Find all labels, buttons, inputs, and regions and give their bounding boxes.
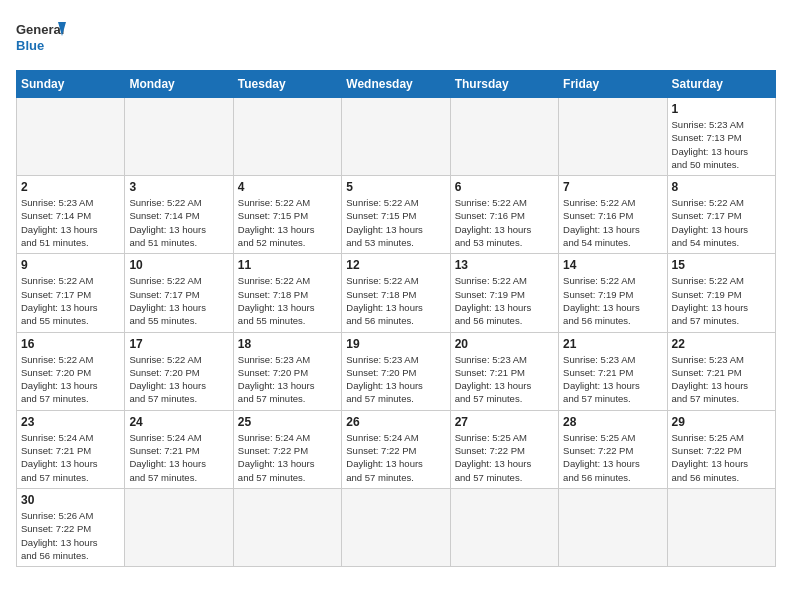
calendar-cell [559,98,667,176]
day-number: 26 [346,415,445,429]
calendar-cell: 18Sunrise: 5:23 AM Sunset: 7:20 PM Dayli… [233,332,341,410]
calendar-cell: 16Sunrise: 5:22 AM Sunset: 7:20 PM Dayli… [17,332,125,410]
calendar-cell: 7Sunrise: 5:22 AM Sunset: 7:16 PM Daylig… [559,176,667,254]
day-number: 20 [455,337,554,351]
calendar-cell: 26Sunrise: 5:24 AM Sunset: 7:22 PM Dayli… [342,410,450,488]
day-number: 25 [238,415,337,429]
calendar-cell [450,98,558,176]
calendar-cell: 10Sunrise: 5:22 AM Sunset: 7:17 PM Dayli… [125,254,233,332]
calendar-cell: 14Sunrise: 5:22 AM Sunset: 7:19 PM Dayli… [559,254,667,332]
day-number: 9 [21,258,120,272]
calendar-cell: 11Sunrise: 5:22 AM Sunset: 7:18 PM Dayli… [233,254,341,332]
day-info: Sunrise: 5:22 AM Sunset: 7:17 PM Dayligh… [21,274,120,327]
day-info: Sunrise: 5:24 AM Sunset: 7:22 PM Dayligh… [238,431,337,484]
day-number: 1 [672,102,771,116]
day-info: Sunrise: 5:23 AM Sunset: 7:21 PM Dayligh… [672,353,771,406]
calendar-cell: 12Sunrise: 5:22 AM Sunset: 7:18 PM Dayli… [342,254,450,332]
calendar-cell: 6Sunrise: 5:22 AM Sunset: 7:16 PM Daylig… [450,176,558,254]
day-number: 24 [129,415,228,429]
day-info: Sunrise: 5:23 AM Sunset: 7:21 PM Dayligh… [455,353,554,406]
day-number: 27 [455,415,554,429]
day-info: Sunrise: 5:22 AM Sunset: 7:15 PM Dayligh… [238,196,337,249]
weekday-header-wednesday: Wednesday [342,71,450,98]
day-info: Sunrise: 5:25 AM Sunset: 7:22 PM Dayligh… [563,431,662,484]
day-number: 21 [563,337,662,351]
calendar-cell: 15Sunrise: 5:22 AM Sunset: 7:19 PM Dayli… [667,254,775,332]
header: General Blue [16,16,776,60]
calendar-table: SundayMondayTuesdayWednesdayThursdayFrid… [16,70,776,567]
day-number: 19 [346,337,445,351]
day-number: 2 [21,180,120,194]
logo: General Blue [16,16,66,60]
calendar-cell: 21Sunrise: 5:23 AM Sunset: 7:21 PM Dayli… [559,332,667,410]
weekday-header-monday: Monday [125,71,233,98]
day-number: 16 [21,337,120,351]
calendar-cell [342,98,450,176]
calendar-cell: 20Sunrise: 5:23 AM Sunset: 7:21 PM Dayli… [450,332,558,410]
calendar-cell: 29Sunrise: 5:25 AM Sunset: 7:22 PM Dayli… [667,410,775,488]
day-number: 18 [238,337,337,351]
day-info: Sunrise: 5:22 AM Sunset: 7:15 PM Dayligh… [346,196,445,249]
calendar-cell: 19Sunrise: 5:23 AM Sunset: 7:20 PM Dayli… [342,332,450,410]
day-number: 28 [563,415,662,429]
svg-text:General: General [16,22,64,37]
calendar-cell [342,488,450,566]
calendar-cell: 23Sunrise: 5:24 AM Sunset: 7:21 PM Dayli… [17,410,125,488]
calendar-cell: 25Sunrise: 5:24 AM Sunset: 7:22 PM Dayli… [233,410,341,488]
day-number: 14 [563,258,662,272]
calendar-cell: 4Sunrise: 5:22 AM Sunset: 7:15 PM Daylig… [233,176,341,254]
day-number: 11 [238,258,337,272]
calendar-cell [667,488,775,566]
day-info: Sunrise: 5:22 AM Sunset: 7:17 PM Dayligh… [672,196,771,249]
day-number: 7 [563,180,662,194]
day-number: 12 [346,258,445,272]
week-row-6: 30Sunrise: 5:26 AM Sunset: 7:22 PM Dayli… [17,488,776,566]
day-info: Sunrise: 5:23 AM Sunset: 7:14 PM Dayligh… [21,196,120,249]
calendar-cell [559,488,667,566]
day-info: Sunrise: 5:22 AM Sunset: 7:19 PM Dayligh… [563,274,662,327]
weekday-header-friday: Friday [559,71,667,98]
calendar-cell: 1Sunrise: 5:23 AM Sunset: 7:13 PM Daylig… [667,98,775,176]
day-info: Sunrise: 5:22 AM Sunset: 7:18 PM Dayligh… [346,274,445,327]
day-info: Sunrise: 5:25 AM Sunset: 7:22 PM Dayligh… [455,431,554,484]
calendar-cell [450,488,558,566]
calendar-cell: 5Sunrise: 5:22 AM Sunset: 7:15 PM Daylig… [342,176,450,254]
calendar-cell [125,98,233,176]
week-row-2: 2Sunrise: 5:23 AM Sunset: 7:14 PM Daylig… [17,176,776,254]
day-number: 29 [672,415,771,429]
weekday-header-tuesday: Tuesday [233,71,341,98]
day-number: 6 [455,180,554,194]
calendar-cell [17,98,125,176]
calendar-cell: 17Sunrise: 5:22 AM Sunset: 7:20 PM Dayli… [125,332,233,410]
day-info: Sunrise: 5:22 AM Sunset: 7:18 PM Dayligh… [238,274,337,327]
day-number: 15 [672,258,771,272]
calendar-cell: 8Sunrise: 5:22 AM Sunset: 7:17 PM Daylig… [667,176,775,254]
day-info: Sunrise: 5:24 AM Sunset: 7:22 PM Dayligh… [346,431,445,484]
calendar-cell: 2Sunrise: 5:23 AM Sunset: 7:14 PM Daylig… [17,176,125,254]
week-row-3: 9Sunrise: 5:22 AM Sunset: 7:17 PM Daylig… [17,254,776,332]
day-number: 22 [672,337,771,351]
day-info: Sunrise: 5:22 AM Sunset: 7:20 PM Dayligh… [129,353,228,406]
calendar-cell: 22Sunrise: 5:23 AM Sunset: 7:21 PM Dayli… [667,332,775,410]
calendar-cell: 30Sunrise: 5:26 AM Sunset: 7:22 PM Dayli… [17,488,125,566]
calendar-cell [233,488,341,566]
weekday-header-saturday: Saturday [667,71,775,98]
calendar-cell: 24Sunrise: 5:24 AM Sunset: 7:21 PM Dayli… [125,410,233,488]
weekday-header-sunday: Sunday [17,71,125,98]
calendar-cell [125,488,233,566]
week-row-4: 16Sunrise: 5:22 AM Sunset: 7:20 PM Dayli… [17,332,776,410]
calendar-cell: 27Sunrise: 5:25 AM Sunset: 7:22 PM Dayli… [450,410,558,488]
day-info: Sunrise: 5:23 AM Sunset: 7:20 PM Dayligh… [238,353,337,406]
calendar-cell: 3Sunrise: 5:22 AM Sunset: 7:14 PM Daylig… [125,176,233,254]
day-info: Sunrise: 5:22 AM Sunset: 7:16 PM Dayligh… [563,196,662,249]
day-number: 30 [21,493,120,507]
day-number: 3 [129,180,228,194]
weekday-header-thursday: Thursday [450,71,558,98]
day-number: 17 [129,337,228,351]
calendar-cell: 9Sunrise: 5:22 AM Sunset: 7:17 PM Daylig… [17,254,125,332]
day-info: Sunrise: 5:22 AM Sunset: 7:20 PM Dayligh… [21,353,120,406]
day-info: Sunrise: 5:22 AM Sunset: 7:19 PM Dayligh… [672,274,771,327]
day-number: 13 [455,258,554,272]
logo-svg: General Blue [16,16,66,60]
day-info: Sunrise: 5:23 AM Sunset: 7:21 PM Dayligh… [563,353,662,406]
